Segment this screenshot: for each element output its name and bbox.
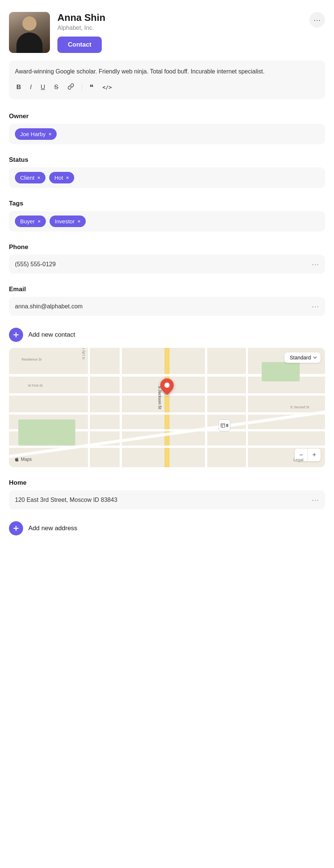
email-value: anna.shin@alphabet.com (15, 303, 83, 310)
profile-more-button[interactable]: ··· (309, 12, 325, 28)
owner-chip[interactable]: Joe Harby × (15, 128, 57, 140)
add-contact-icon (9, 328, 23, 342)
email-section: Email anna.shin@alphabet.com ··· (0, 281, 334, 316)
email-more-button[interactable]: ··· (312, 302, 319, 311)
tag-chip-buyer-remove[interactable]: × (38, 218, 41, 224)
italic-button[interactable]: I (28, 83, 33, 92)
owner-chips-box: Joe Harby × (9, 124, 325, 144)
profile-company: Alphabet, Inc. (57, 25, 325, 31)
strikethrough-button[interactable]: S (53, 83, 60, 92)
map-park-1 (18, 419, 75, 446)
map-road-v3 (205, 348, 207, 467)
tag-chip-investor-remove[interactable]: × (78, 218, 81, 224)
status-chips-box: Client × Hot × (9, 167, 325, 188)
add-address-icon (9, 521, 23, 535)
status-chip-hot[interactable]: Hot × (49, 172, 74, 183)
road-label-residence: Residence St (22, 358, 42, 361)
map-road-h3 (9, 412, 325, 415)
map-road-v5 (88, 348, 90, 467)
phone-more-button[interactable]: ··· (312, 260, 319, 268)
svg-point-3 (164, 383, 170, 388)
owner-section: Owner Joe Harby × (0, 108, 334, 144)
status-chip-client-remove[interactable]: × (37, 175, 40, 180)
underline-button[interactable]: U (39, 83, 47, 92)
add-address-row[interactable]: Add new address (0, 517, 334, 540)
email-field-box: anna.shin@alphabet.com ··· (9, 297, 325, 316)
tags-chips-box: Buyer × Investor × (9, 211, 325, 232)
avatar (9, 12, 50, 53)
map-container: N Lilly St S Jackson St W First St E Sec… (9, 348, 325, 467)
tag-chip-buyer[interactable]: Buyer × (15, 216, 46, 227)
map-zoom-in-button[interactable]: + (308, 449, 321, 461)
link-button[interactable] (66, 82, 76, 92)
code-button[interactable]: </> (101, 84, 113, 91)
tag-chip-investor[interactable]: Investor × (50, 216, 86, 227)
tag-chip-investor-label: Investor (55, 218, 75, 224)
profile-info: Anna Shin Alphabet, Inc. Contact (57, 12, 325, 53)
tags-section: Tags Buyer × Investor × (0, 195, 334, 232)
owner-chip-label: Joe Harby (20, 131, 45, 137)
road-label-lilly: N Lilly St (81, 348, 85, 359)
add-contact-row[interactable]: Add new contact (0, 323, 334, 346)
map-road-jackson (164, 348, 170, 467)
bio-text: Award-winning Google scholar. Friendly w… (15, 67, 319, 76)
status-chip-client[interactable]: Client × (15, 172, 45, 183)
add-contact-label: Add new contact (28, 331, 75, 339)
map-apple-branding: Maps (14, 457, 32, 462)
status-label: Status (9, 156, 325, 164)
contact-button[interactable]: Contact (57, 37, 102, 53)
road-label-second: E Second St (291, 405, 309, 409)
format-toolbar: B I U S ❝ </> (15, 82, 319, 92)
status-section: Status Client × Hot × (0, 152, 334, 188)
map-type-dropdown[interactable]: Standard (284, 352, 321, 363)
map-legal: Legal (293, 457, 303, 462)
owner-label: Owner (9, 113, 325, 120)
phone-label: Phone (9, 243, 325, 251)
home-address-value: 120 East 3rd Street, Moscow ID 83843 (15, 497, 117, 503)
phone-value: (555) 555-0129 (15, 261, 56, 268)
profile-header: Anna Shin Alphabet, Inc. Contact ··· (0, 0, 334, 60)
home-address-label: Home (9, 479, 325, 487)
map-road-v2 (120, 348, 122, 467)
add-address-label: Add new address (28, 525, 77, 532)
map-road-v4 (246, 348, 248, 467)
bold-button[interactable]: B (15, 83, 22, 92)
map-pin (160, 378, 174, 398)
svg-rect-4 (221, 424, 225, 428)
bottom-spacer (0, 540, 334, 555)
map-apple-label: Maps (21, 457, 32, 462)
map-inner: N Lilly St S Jackson St W First St E Sec… (9, 348, 325, 467)
phone-section: Phone (555) 555-0129 ··· (0, 239, 334, 274)
home-address-section: Home 120 East 3rd Street, Moscow ID 8384… (0, 475, 334, 509)
map-road-h5 (9, 446, 325, 448)
tags-label: Tags (9, 200, 325, 207)
road-label-first: W First St (28, 384, 43, 387)
profile-name: Anna Shin (57, 12, 325, 23)
map-badge: 8 (218, 419, 230, 431)
home-address-field-box: 120 East 3rd Street, Moscow ID 83843 ··· (9, 490, 325, 509)
toolbar-divider (82, 84, 82, 91)
map-type-label: Standard (290, 355, 311, 361)
phone-field-box: (555) 555-0129 ··· (9, 255, 325, 274)
status-chip-hot-remove[interactable]: × (66, 175, 69, 180)
home-address-more-button[interactable]: ··· (312, 496, 319, 504)
status-chip-hot-label: Hot (54, 174, 63, 181)
bio-section: Award-winning Google scholar. Friendly w… (9, 60, 325, 99)
email-label: Email (9, 286, 325, 293)
map-park-2 (262, 362, 300, 381)
map-badge-count: 8 (226, 423, 229, 428)
owner-chip-remove[interactable]: × (48, 131, 51, 137)
status-chip-client-label: Client (20, 174, 34, 181)
tag-chip-buyer-label: Buyer (20, 218, 35, 224)
blockquote-button[interactable]: ❝ (88, 82, 95, 92)
